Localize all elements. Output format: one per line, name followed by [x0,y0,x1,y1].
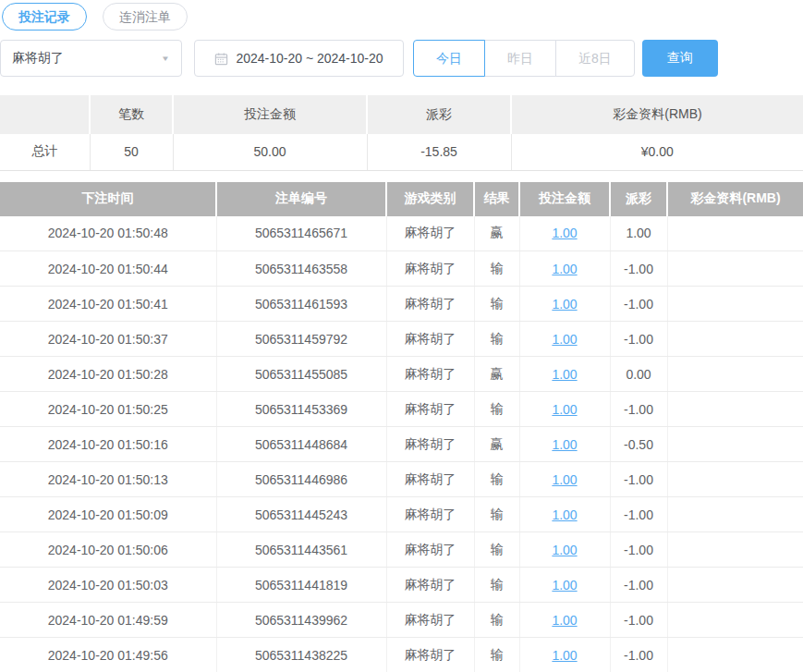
bet-amount-link[interactable]: 1.00 [552,648,577,663]
cell-bonus [667,216,803,251]
bet-table-body: 2024-10-20 01:50:48 5065311465671 麻将胡了 赢… [0,216,803,672]
cell-result: 赢 [474,216,519,251]
cell-game-type: 麻将胡了 [386,532,474,568]
tab-cancelled-orders[interactable]: 连消注单 [103,3,188,31]
cell-payout: 1.00 [610,216,667,251]
cell-order-id: 5065311443561 [216,532,386,568]
bet-amount-link[interactable]: 1.00 [552,402,577,417]
table-row: 2024-10-20 01:49:56 5065311438225 麻将胡了 输… [0,638,803,672]
bet-amount-link[interactable]: 1.00 [552,613,577,628]
table-row: 2024-10-20 01:50:37 5065311459792 麻将胡了 输… [0,322,803,357]
cell-payout: -1.00 [610,287,667,322]
bet-amount-link[interactable]: 1.00 [552,543,577,557]
cell-order-id: 5065311445243 [216,497,386,532]
cell-result: 赢 [474,427,519,462]
summary-header-count: 笔数 [90,95,173,134]
cell-bet-amount: 1.00 [519,603,610,638]
cell-order-id: 5065311453369 [216,392,386,427]
cell-payout: -0.50 [610,427,667,462]
table-row: 2024-10-20 01:50:03 5065311441819 麻将胡了 输… [0,568,803,603]
cell-result: 输 [474,532,519,568]
bet-amount-link[interactable]: 1.00 [552,578,577,593]
cell-game-type: 麻将胡了 [386,497,474,532]
cell-game-type: 麻将胡了 [386,638,474,672]
summary-table: 笔数 投注金额 派彩 彩金资料(RMB) 总计 50 50.00 -15.85 … [0,95,803,171]
cell-result: 输 [474,251,519,287]
cell-bet-amount: 1.00 [519,532,610,568]
col-header-order-id: 注单编号 [216,182,386,216]
bet-table: 下注时间 注单编号 游戏类别 结果 投注金额 派彩 彩金资料(RMB) 2024… [0,182,803,672]
summary-header-payout: 派彩 [367,95,511,134]
cell-bet-time: 2024-10-20 01:49:59 [0,603,216,638]
cell-order-id: 5065311446986 [216,462,386,497]
bet-amount-link[interactable]: 1.00 [552,472,577,487]
col-header-bet-time: 下注时间 [0,182,216,216]
bet-amount-link[interactable]: 1.00 [552,507,577,522]
col-header-bonus: 彩金资料(RMB) [667,182,803,216]
filter-bar: 麻将胡了 ▼ 2024-10-20 ~ 2024-10-20 今日 昨日 近8日… [0,40,803,77]
cell-result: 输 [474,603,519,638]
cell-bet-amount: 1.00 [519,497,610,532]
cell-result: 输 [474,462,519,497]
cell-bet-amount: 1.00 [519,357,610,392]
cell-game-type: 麻将胡了 [386,216,474,251]
game-select[interactable]: 麻将胡了 ▼ [0,40,182,77]
cell-bet-time: 2024-10-20 01:50:16 [0,427,216,462]
bet-amount-link[interactable]: 1.00 [552,297,577,312]
search-button[interactable]: 查询 [642,40,718,77]
quick-date-group: 今日 昨日 近8日 [413,40,635,77]
cell-result: 输 [474,497,519,532]
cell-result: 输 [474,638,519,672]
cell-order-id: 5065311441819 [216,568,386,603]
date-range-input[interactable]: 2024-10-20 ~ 2024-10-20 [194,40,404,77]
bet-amount-link[interactable]: 1.00 [552,262,577,276]
cell-bet-amount: 1.00 [519,427,610,462]
date-range-value: 2024-10-20 ~ 2024-10-20 [236,51,383,66]
quick-btn-yesterday[interactable]: 昨日 [484,40,556,77]
bet-amount-link[interactable]: 1.00 [552,367,577,382]
chevron-down-icon: ▼ [161,55,170,63]
cell-game-type: 麻将胡了 [386,251,474,287]
cell-result: 输 [474,568,519,603]
cell-payout: -1.00 [610,603,667,638]
cell-payout: -1.00 [610,568,667,603]
quick-btn-last8days[interactable]: 近8日 [555,40,635,77]
table-row: 2024-10-20 01:50:09 5065311445243 麻将胡了 输… [0,497,803,532]
cell-game-type: 麻将胡了 [386,322,474,357]
tab-bet-records[interactable]: 投注记录 [2,3,87,31]
cell-bonus [667,497,803,532]
cell-game-type: 麻将胡了 [386,427,474,462]
cell-result: 赢 [474,357,519,392]
bet-amount-link[interactable]: 1.00 [552,332,577,347]
cell-bet-time: 2024-10-20 01:50:13 [0,462,216,497]
cell-bet-time: 2024-10-20 01:50:41 [0,287,216,322]
cell-game-type: 麻将胡了 [386,287,474,322]
cell-bet-time: 2024-10-20 01:50:48 [0,216,216,251]
cell-bonus [667,638,803,672]
cell-payout: -1.00 [610,251,667,287]
cell-bet-amount: 1.00 [519,322,610,357]
cell-bonus [667,322,803,357]
cell-bonus [667,462,803,497]
summary-header-empty [0,95,90,134]
cell-bet-time: 2024-10-20 01:50:28 [0,357,216,392]
cell-bet-time: 2024-10-20 01:50:03 [0,568,216,603]
cell-bonus [667,287,803,322]
cell-bonus [667,568,803,603]
cell-game-type: 麻将胡了 [386,357,474,392]
summary-header-bonus: 彩金资料(RMB) [511,95,803,134]
cell-order-id: 5065311463558 [216,251,386,287]
cell-order-id: 5065311438225 [216,638,386,672]
cell-bet-amount: 1.00 [519,287,610,322]
table-row: 2024-10-20 01:50:16 5065311448684 麻将胡了 赢… [0,427,803,462]
cell-game-type: 麻将胡了 [386,392,474,427]
bet-table-header-row: 下注时间 注单编号 游戏类别 结果 投注金额 派彩 彩金资料(RMB) [0,182,803,216]
cell-payout: 0.00 [610,357,667,392]
cell-result: 输 [474,287,519,322]
bet-amount-link[interactable]: 1.00 [552,226,577,240]
cell-payout: -1.00 [610,462,667,497]
cell-bet-amount: 1.00 [519,392,610,427]
bet-amount-link[interactable]: 1.00 [552,437,577,452]
cell-bonus [667,532,803,568]
quick-btn-today[interactable]: 今日 [413,40,485,77]
